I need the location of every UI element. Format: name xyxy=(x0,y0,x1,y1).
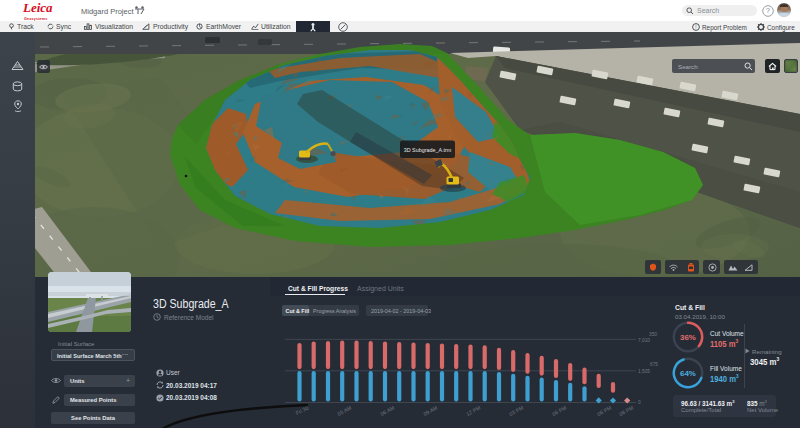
svg-text:36%: 36% xyxy=(680,333,696,342)
svg-text:06 PM: 06 PM xyxy=(596,405,612,417)
svg-text:12 PM: 12 PM xyxy=(465,405,481,417)
svg-text:03 AM: 03 AM xyxy=(336,405,352,417)
svg-text:03 PM: 03 PM xyxy=(508,405,524,417)
svg-text:1,505: 1,505 xyxy=(638,369,650,374)
svg-text:Fri 30: Fri 30 xyxy=(295,405,310,417)
svg-text:06 PM: 06 PM xyxy=(551,405,567,417)
svg-text:350: 350 xyxy=(649,332,657,337)
svg-text:7,010: 7,010 xyxy=(638,338,650,343)
svg-text:675: 675 xyxy=(650,362,658,367)
svg-text:0: 0 xyxy=(638,400,641,405)
svg-text:06 AM: 06 AM xyxy=(379,405,395,417)
svg-text:64%: 64% xyxy=(680,369,696,378)
svg-text:08 PM: 08 PM xyxy=(618,405,634,417)
svg-text:09 AM: 09 AM xyxy=(422,405,438,417)
